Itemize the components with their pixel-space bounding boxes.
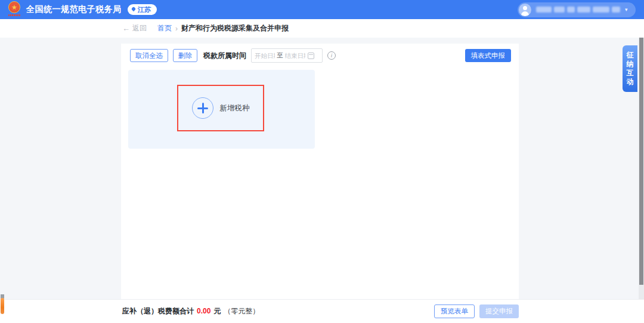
region-pill[interactable]: 江苏: [128, 4, 157, 15]
toolbar: 取消全选 删除 税款所属时间 至 i 填表式申报: [121, 48, 519, 63]
app-header: ★ 全国统一规范电子税务局 江苏 ▾: [0, 0, 644, 19]
footer-bar: 应补（退）税费额合计 0.00 元 （零元整） 预览表单 提交申报: [0, 299, 644, 323]
emblem-caption: [8, 14, 20, 16]
form-mode-button[interactable]: 填表式申报: [465, 49, 512, 62]
add-tax-label: 新增税种: [220, 103, 250, 113]
avatar-icon: [519, 4, 531, 16]
cancel-select-all-button[interactable]: 取消全选: [130, 49, 168, 62]
tax-list-card: 新增税种: [128, 70, 315, 149]
back-arrow-icon: ←: [122, 24, 130, 33]
preview-form-button[interactable]: 预览表单: [434, 304, 475, 318]
page: ★ 全国统一规范电子税务局 江苏 ▾ ← 返回 首页 › 财产和行为税税源采集: [0, 0, 644, 323]
breadcrumb-home[interactable]: 首页: [157, 23, 172, 33]
location-pin-icon: [131, 7, 136, 12]
breadcrumb-current: 财产和行为税税源采集及合并申报: [181, 23, 289, 33]
user-name-redacted: [536, 7, 620, 13]
end-date-input[interactable]: [285, 52, 305, 59]
delete-button[interactable]: 删除: [173, 49, 197, 62]
breadcrumb: ← 返回 首页 › 财产和行为税税源采集及合并申报: [0, 19, 644, 38]
amount-words: （零元整）: [224, 306, 259, 316]
scrollbar-thumb[interactable]: [639, 38, 643, 285]
start-date-input[interactable]: [255, 52, 275, 59]
region-label: 江苏: [138, 5, 151, 14]
total-label: 应补（退）税费额合计: [122, 306, 194, 316]
highlight-box: 新增税种: [177, 85, 264, 131]
info-icon[interactable]: i: [327, 51, 336, 60]
annotation-marker: [1, 298, 4, 314]
add-tax-button[interactable]: 新增税种: [178, 86, 263, 130]
user-pill[interactable]: ▾: [518, 2, 636, 17]
interaction-side-tab-label: 征纳互动: [626, 51, 634, 87]
range-separator: 至: [277, 51, 283, 60]
app-title: 全国统一规范电子税务局: [26, 4, 122, 15]
back-link[interactable]: ← 返回: [122, 23, 147, 33]
plus-circle-icon: [192, 97, 213, 119]
total-amount: 0.00: [197, 307, 210, 315]
scrollbar: [639, 38, 644, 299]
footer-buttons: 预览表单 提交申报: [434, 304, 519, 318]
amount-unit: 元: [213, 306, 221, 316]
date-range-input[interactable]: 至: [251, 48, 323, 63]
calendar-icon[interactable]: [308, 53, 314, 59]
back-label: 返回: [132, 23, 147, 33]
chevron-down-icon: ▾: [625, 7, 628, 13]
emblem-star: ★: [11, 4, 17, 11]
interaction-side-tab[interactable]: 征纳互动: [623, 45, 637, 92]
tax-emblem-icon: ★: [8, 1, 21, 18]
tax-period-label: 税款所属时间: [203, 51, 246, 61]
submit-button[interactable]: 提交申报: [479, 304, 519, 318]
total-group: 应补（退）税费额合计 0.00 元 （零元整）: [122, 306, 259, 316]
main-panel: 取消全选 删除 税款所属时间 至 i 填表式申报 新增税种: [121, 44, 519, 299]
breadcrumb-separator: ›: [175, 24, 178, 33]
